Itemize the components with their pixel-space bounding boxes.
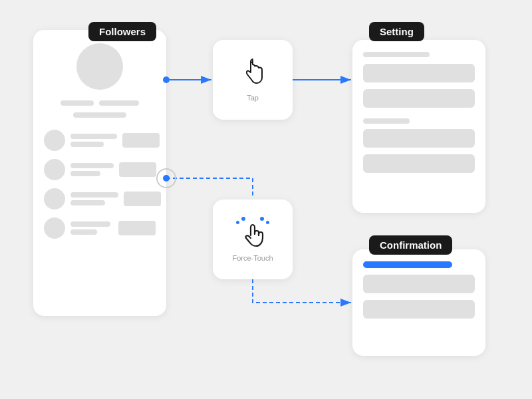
text-bar — [70, 229, 97, 235]
list-avatar — [44, 130, 65, 151]
sparkle-dot — [260, 217, 264, 221]
list-item — [44, 130, 156, 151]
setting-card — [352, 40, 485, 213]
list-text — [70, 192, 118, 205]
list-avatar — [44, 188, 65, 209]
follow-button-placeholder — [118, 221, 156, 235]
confirm-bar — [363, 275, 475, 293]
avatar — [76, 43, 123, 90]
tap-label: Tap — [247, 94, 259, 102]
list-text — [70, 221, 113, 235]
followers-label: Followers — [88, 22, 156, 41]
bio-bar — [73, 112, 126, 118]
followers-card — [33, 30, 166, 316]
setting-bar — [363, 118, 410, 124]
confirm-bar — [363, 300, 475, 319]
text-bar — [70, 200, 105, 205]
name-bar-2 — [99, 100, 139, 106]
tap-hand-icon — [240, 58, 265, 90]
list-text — [70, 134, 117, 147]
list-avatar — [44, 159, 65, 180]
text-bar — [70, 163, 114, 168]
text-bar — [70, 142, 104, 147]
tap-card: Tap — [213, 40, 293, 120]
follow-button-placeholder — [124, 192, 161, 206]
diagram-container: Followers Tap Force-Touch — [0, 0, 532, 399]
list-text — [70, 163, 114, 176]
confirm-blue-bar — [363, 261, 452, 268]
list-item — [44, 217, 156, 239]
list-item — [44, 188, 156, 209]
sparkle-dot — [241, 217, 245, 221]
force-touch-card: Force-Touch — [213, 200, 293, 279]
name-bar-1 — [61, 100, 94, 106]
force-hand-svg — [240, 222, 265, 250]
setting-bar — [363, 129, 475, 148]
force-touch-label: Force-Touch — [232, 254, 273, 262]
setting-bar — [363, 154, 475, 173]
follow-button-placeholder — [119, 162, 156, 177]
dashed-arrow-2 — [253, 279, 351, 303]
setting-bar — [363, 89, 475, 108]
follow-button-placeholder — [122, 133, 160, 148]
confirmation-label: Confirmation — [369, 235, 452, 255]
sparkle-dot — [236, 221, 239, 224]
text-bar — [70, 221, 110, 227]
setting-bar — [363, 52, 430, 57]
followers-list — [44, 130, 156, 239]
setting-bar — [363, 64, 475, 82]
text-bar — [70, 134, 117, 139]
name-row — [44, 100, 156, 106]
force-touch-icon — [236, 217, 269, 250]
sparkle-dot — [266, 221, 269, 224]
dashed-arrow-1 — [166, 178, 253, 198]
list-avatar — [44, 217, 65, 239]
text-bar — [70, 171, 100, 176]
list-item — [44, 159, 156, 180]
setting-label: Setting — [369, 22, 424, 41]
text-bar — [70, 192, 118, 198]
confirmation-card — [352, 249, 485, 356]
